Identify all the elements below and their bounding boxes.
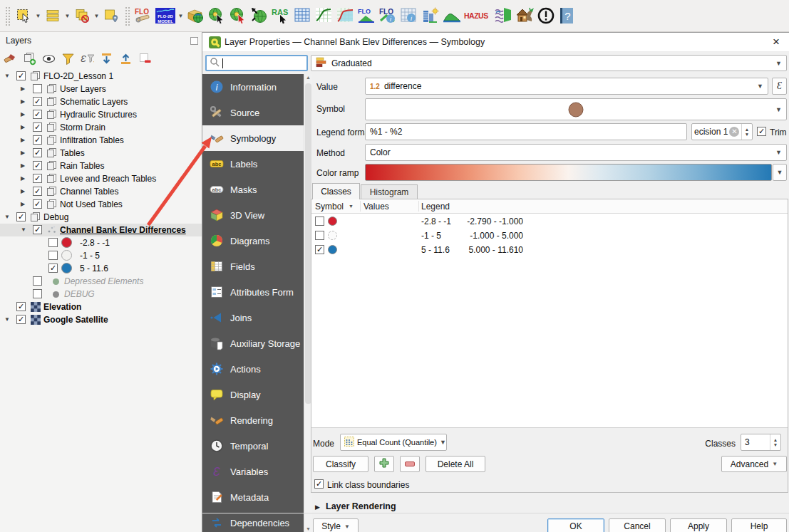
- col-symbol[interactable]: Symbol: [315, 202, 344, 212]
- expand-chevron-icon[interactable]: ▶: [21, 98, 25, 105]
- help-icon[interactable]: ?: [557, 5, 577, 26]
- layer-visibility-checkbox[interactable]: ✓: [16, 302, 26, 311]
- sidebar-item-diagrams[interactable]: Diagrams: [202, 228, 304, 254]
- sidebar-item-display[interactable]: Display: [202, 382, 304, 407]
- layer-visibility-checkbox[interactable]: [33, 276, 42, 286]
- mode-select[interactable]: Equal Count (Quantile) ▼: [340, 434, 447, 451]
- layer-visibility-checkbox[interactable]: [33, 84, 42, 93]
- profile-green-icon[interactable]: [314, 5, 334, 26]
- class-values[interactable]: -1.000 - 5.000: [454, 231, 523, 241]
- tree-row[interactable]: ▶✓Hydraulic Structures: [0, 108, 202, 121]
- waves-slope-icon[interactable]: [493, 5, 513, 26]
- sidebar-item-metadata[interactable]: Metadata: [202, 484, 304, 510]
- tab-histogram[interactable]: Histogram: [361, 184, 418, 199]
- flo-levee-icon[interactable]: FLO: [356, 5, 376, 26]
- class-legend[interactable]: -2.8 - -1: [421, 217, 451, 226]
- layer-visibility-checkbox[interactable]: ✓: [33, 148, 42, 157]
- layer-visibility-checkbox[interactable]: [48, 238, 58, 247]
- expression-builder-button[interactable]: Ɛ: [772, 78, 787, 95]
- tree-item-label[interactable]: Hydraulic Structures: [60, 110, 137, 120]
- class-row[interactable]: ✓ 5.000 - 11.610 5 - 11.6: [311, 243, 788, 257]
- tree-row[interactable]: ▶✓Storm Drain: [0, 121, 202, 134]
- tree-item-label[interactable]: Rain Tables: [60, 161, 104, 171]
- manage-visibility-icon[interactable]: [42, 52, 56, 66]
- tree-row[interactable]: ✓5 - 11.6: [0, 262, 202, 275]
- tree-row[interactable]: ▶✓Schematic Layers: [0, 95, 202, 108]
- class-checkbox[interactable]: [315, 231, 324, 240]
- sidebar-item-source[interactable]: Source: [202, 100, 304, 125]
- method-select[interactable]: Color ▼: [365, 144, 787, 161]
- layer-visibility-checkbox[interactable]: ✓: [16, 212, 26, 221]
- layer-visibility-checkbox[interactable]: ✓: [33, 187, 42, 196]
- sidebar-item-variables[interactable]: Ɛ Variables: [202, 459, 304, 484]
- class-checkbox[interactable]: [315, 217, 324, 226]
- toolbar-grip[interactable]: [124, 6, 130, 26]
- expand-chevron-icon[interactable]: ▶: [315, 504, 320, 511]
- grid-info-icon[interactable]: i: [399, 5, 419, 26]
- add-group-icon[interactable]: [23, 52, 36, 66]
- tree-row[interactable]: ▶✓Rain Tables: [0, 160, 202, 172]
- sidebar-item-symbology[interactable]: Symbology: [202, 125, 304, 151]
- tree-item-label[interactable]: FLO-2D_Lesson 1: [43, 71, 113, 81]
- collapse-all-icon[interactable]: [119, 52, 133, 66]
- expand-chevron-icon[interactable]: ▶: [21, 201, 25, 208]
- grid-table-icon[interactable]: [292, 5, 312, 26]
- tree-item-label[interactable]: Tables: [60, 148, 85, 158]
- globe-select-icon[interactable]: [207, 5, 227, 26]
- chevron-down-icon[interactable]: ▼: [63, 13, 71, 19]
- tree-item-label[interactable]: 5 - 11.6: [80, 264, 108, 273]
- hazus-icon[interactable]: HAZUS: [463, 5, 492, 26]
- scroll-down-icon[interactable]: ▼: [304, 526, 312, 531]
- buildings-sun-icon[interactable]: [421, 5, 440, 26]
- col-values[interactable]: Values: [363, 202, 389, 212]
- tree-item-label[interactable]: Infiltration Tables: [60, 135, 124, 145]
- filter-legend-icon[interactable]: [61, 52, 75, 66]
- class-values[interactable]: 5.000 - 11.610: [454, 245, 523, 255]
- tab-classes[interactable]: Classes: [312, 183, 360, 199]
- tree-item-label[interactable]: -1 - 5: [80, 251, 100, 261]
- link-class-boundaries-checkbox[interactable]: ✓: [314, 479, 324, 489]
- chevron-down-icon[interactable]: ▼: [775, 106, 782, 113]
- tree-item-label[interactable]: Storm Drain: [60, 122, 105, 132]
- expand-chevron-icon[interactable]: ▶: [21, 124, 25, 131]
- deselect-icon[interactable]: [72, 5, 92, 26]
- tree-row[interactable]: ▶User Layers: [0, 83, 202, 95]
- precision-spinner[interactable]: ecision 1 ✕ ▲▼: [691, 123, 753, 140]
- flo-info-icon[interactable]: FLOi: [378, 5, 398, 26]
- scroll-up-icon[interactable]: ▲: [304, 75, 312, 80]
- tree-item-label[interactable]: Channel Tables: [60, 187, 119, 197]
- tree-item-label[interactable]: Not Used Tables: [60, 199, 123, 209]
- col-legend[interactable]: Legend: [421, 202, 450, 212]
- clear-icon[interactable]: ✕: [729, 127, 739, 137]
- chevron-down-icon[interactable]: ▼: [93, 13, 100, 19]
- help-button[interactable]: Help: [731, 518, 787, 532]
- class-legend[interactable]: -1 - 5: [421, 231, 441, 241]
- toolbar-grip[interactable]: [4, 6, 11, 26]
- expand-chevron-icon[interactable]: ▶: [21, 150, 25, 157]
- class-checkbox[interactable]: ✓: [315, 245, 324, 254]
- globe-select-red-icon[interactable]: [228, 5, 248, 26]
- expand-chevron-icon[interactable]: ▶: [21, 111, 25, 118]
- sidebar-item-rendering[interactable]: Rendering: [202, 407, 304, 433]
- class-legend[interactable]: 5 - 11.6: [421, 245, 450, 255]
- table-header[interactable]: Symbol ▼ Values Legend: [311, 199, 788, 214]
- sidebar-item-fields[interactable]: Fields: [202, 254, 304, 279]
- trim-checkbox[interactable]: ✓: [757, 127, 766, 136]
- close-icon[interactable]: ×: [773, 35, 780, 49]
- cancel-button[interactable]: Cancel: [609, 518, 666, 532]
- tree-item-label[interactable]: Debug: [43, 212, 68, 222]
- search-input[interactable]: [205, 55, 308, 71]
- layer-visibility-checkbox[interactable]: ✓: [33, 199, 42, 209]
- layer-visibility-checkbox[interactable]: ✓: [33, 135, 42, 145]
- expand-all-icon[interactable]: [100, 52, 113, 66]
- sidebar-item-3d-view[interactable]: 3D View: [202, 202, 304, 228]
- class-row[interactable]: -2.790 - -1.000 -2.8 - -1: [311, 214, 788, 229]
- color-ramp-dropdown[interactable]: ▼: [773, 164, 787, 181]
- export-globe-icon[interactable]: [185, 5, 205, 26]
- layer-visibility-checkbox[interactable]: ✓: [33, 161, 42, 170]
- apply-button[interactable]: Apply: [670, 518, 727, 532]
- profile-red-icon[interactable]: [335, 5, 355, 26]
- tree-item-label[interactable]: Depressed Elements: [64, 276, 143, 286]
- layer-visibility-checkbox[interactable]: [48, 251, 58, 260]
- collapse-chevron-icon[interactable]: ▼: [4, 214, 10, 221]
